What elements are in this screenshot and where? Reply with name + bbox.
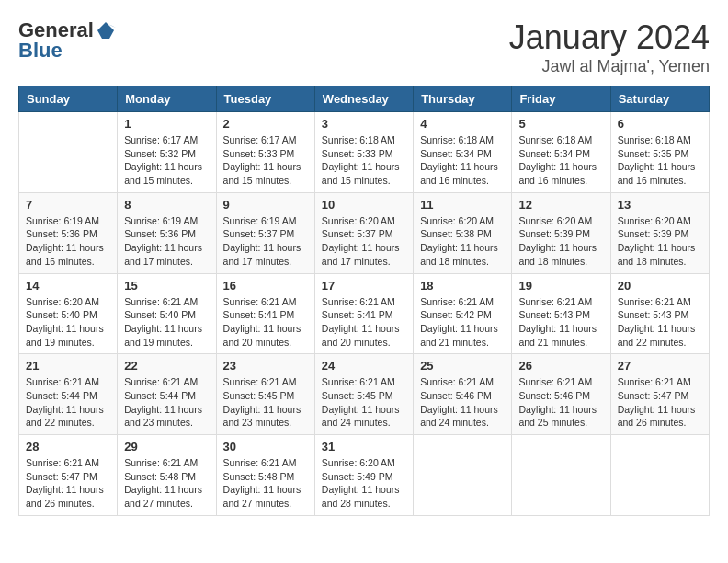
day-info: Sunrise: 6:20 AM Sunset: 5:49 PM Dayligh…: [322, 456, 406, 511]
day-number: 22: [124, 359, 209, 373]
day-number: 31: [322, 440, 406, 454]
calendar-cell: 13Sunrise: 6:20 AM Sunset: 5:39 PM Dayli…: [610, 192, 709, 273]
calendar-cell: 2Sunrise: 6:17 AM Sunset: 5:33 PM Daylig…: [216, 112, 314, 193]
calendar-cell: 24Sunrise: 6:21 AM Sunset: 5:45 PM Dayli…: [314, 354, 413, 435]
calendar-week-2: 7Sunrise: 6:19 AM Sunset: 5:36 PM Daylig…: [19, 192, 710, 273]
day-info: Sunrise: 6:19 AM Sunset: 5:36 PM Dayligh…: [26, 214, 110, 269]
day-info: Sunrise: 6:21 AM Sunset: 5:44 PM Dayligh…: [26, 375, 110, 430]
weekday-header-tuesday: Tuesday: [216, 86, 314, 112]
day-info: Sunrise: 6:17 AM Sunset: 5:33 PM Dayligh…: [223, 133, 308, 188]
calendar-cell: 28Sunrise: 6:21 AM Sunset: 5:47 PM Dayli…: [19, 435, 118, 516]
calendar-week-4: 21Sunrise: 6:21 AM Sunset: 5:44 PM Dayli…: [19, 354, 710, 435]
weekday-header-monday: Monday: [118, 86, 216, 112]
calendar-cell: 8Sunrise: 6:19 AM Sunset: 5:36 PM Daylig…: [118, 192, 216, 273]
day-info: Sunrise: 6:19 AM Sunset: 5:37 PM Dayligh…: [223, 214, 308, 269]
calendar-cell: 22Sunrise: 6:21 AM Sunset: 5:44 PM Dayli…: [118, 354, 216, 435]
calendar-week-1: 1Sunrise: 6:17 AM Sunset: 5:32 PM Daylig…: [19, 112, 710, 193]
day-number: 1: [124, 117, 209, 131]
day-info: Sunrise: 6:21 AM Sunset: 5:48 PM Dayligh…: [124, 456, 209, 511]
day-info: Sunrise: 6:19 AM Sunset: 5:36 PM Dayligh…: [124, 214, 209, 269]
calendar-cell: 29Sunrise: 6:21 AM Sunset: 5:48 PM Dayli…: [118, 435, 216, 516]
calendar-cell: 20Sunrise: 6:21 AM Sunset: 5:43 PM Dayli…: [610, 273, 709, 354]
calendar-week-3: 14Sunrise: 6:20 AM Sunset: 5:40 PM Dayli…: [19, 273, 710, 354]
weekday-header-row: SundayMondayTuesdayWednesdayThursdayFrid…: [19, 86, 710, 112]
day-info: Sunrise: 6:18 AM Sunset: 5:34 PM Dayligh…: [420, 133, 505, 188]
weekday-header-thursday: Thursday: [414, 86, 512, 112]
day-info: Sunrise: 6:20 AM Sunset: 5:40 PM Dayligh…: [26, 295, 110, 350]
logo: General Blue: [18, 18, 116, 63]
day-number: 17: [322, 279, 406, 293]
day-number: 29: [124, 440, 209, 454]
day-number: 27: [618, 359, 702, 373]
calendar-cell: 12Sunrise: 6:20 AM Sunset: 5:39 PM Dayli…: [512, 192, 610, 273]
day-info: Sunrise: 6:21 AM Sunset: 5:43 PM Dayligh…: [618, 295, 702, 350]
day-info: Sunrise: 6:21 AM Sunset: 5:45 PM Dayligh…: [322, 375, 406, 430]
calendar-table: SundayMondayTuesdayWednesdayThursdayFrid…: [18, 86, 710, 516]
day-info: Sunrise: 6:21 AM Sunset: 5:45 PM Dayligh…: [223, 375, 308, 430]
calendar-cell: 7Sunrise: 6:19 AM Sunset: 5:36 PM Daylig…: [19, 192, 118, 273]
day-info: Sunrise: 6:21 AM Sunset: 5:43 PM Dayligh…: [518, 295, 603, 350]
calendar-cell: 3Sunrise: 6:18 AM Sunset: 5:33 PM Daylig…: [314, 112, 413, 193]
day-number: 25: [420, 359, 505, 373]
day-number: 23: [223, 359, 308, 373]
day-number: 16: [223, 279, 308, 293]
calendar-cell: [414, 435, 512, 516]
day-number: 5: [518, 117, 603, 131]
day-info: Sunrise: 6:21 AM Sunset: 5:40 PM Dayligh…: [124, 295, 209, 350]
day-info: Sunrise: 6:21 AM Sunset: 5:47 PM Dayligh…: [618, 375, 702, 430]
day-info: Sunrise: 6:18 AM Sunset: 5:35 PM Dayligh…: [618, 133, 702, 188]
weekday-header-wednesday: Wednesday: [314, 86, 413, 112]
calendar-cell: 27Sunrise: 6:21 AM Sunset: 5:47 PM Dayli…: [610, 354, 709, 435]
weekday-header-sunday: Sunday: [19, 86, 118, 112]
title-section: January 2024 Jawl al Majma', Yemen: [509, 18, 710, 76]
day-number: 6: [618, 117, 702, 131]
calendar-cell: 19Sunrise: 6:21 AM Sunset: 5:43 PM Dayli…: [512, 273, 610, 354]
day-number: 19: [518, 279, 603, 293]
day-info: Sunrise: 6:21 AM Sunset: 5:42 PM Dayligh…: [420, 295, 505, 350]
svg-marker-0: [97, 22, 114, 39]
day-info: Sunrise: 6:20 AM Sunset: 5:37 PM Dayligh…: [322, 214, 406, 269]
calendar-cell: 10Sunrise: 6:20 AM Sunset: 5:37 PM Dayli…: [314, 192, 413, 273]
calendar-cell: 21Sunrise: 6:21 AM Sunset: 5:44 PM Dayli…: [19, 354, 118, 435]
page-header: General Blue January 2024 Jawl al Majma'…: [18, 18, 710, 76]
day-number: 4: [420, 117, 505, 131]
day-number: 30: [223, 440, 308, 454]
day-number: 9: [223, 198, 308, 212]
day-info: Sunrise: 6:18 AM Sunset: 5:34 PM Dayligh…: [518, 133, 603, 188]
calendar-cell: 18Sunrise: 6:21 AM Sunset: 5:42 PM Dayli…: [414, 273, 512, 354]
day-number: 20: [618, 279, 702, 293]
calendar-cell: 6Sunrise: 6:18 AM Sunset: 5:35 PM Daylig…: [610, 112, 709, 193]
calendar-cell: 9Sunrise: 6:19 AM Sunset: 5:37 PM Daylig…: [216, 192, 314, 273]
calendar-cell: 23Sunrise: 6:21 AM Sunset: 5:45 PM Dayli…: [216, 354, 314, 435]
day-info: Sunrise: 6:21 AM Sunset: 5:47 PM Dayligh…: [26, 456, 110, 511]
calendar-cell: 15Sunrise: 6:21 AM Sunset: 5:40 PM Dayli…: [118, 273, 216, 354]
day-info: Sunrise: 6:21 AM Sunset: 5:41 PM Dayligh…: [322, 295, 406, 350]
calendar-cell: [19, 112, 118, 193]
calendar-cell: 1Sunrise: 6:17 AM Sunset: 5:32 PM Daylig…: [118, 112, 216, 193]
calendar-cell: 4Sunrise: 6:18 AM Sunset: 5:34 PM Daylig…: [414, 112, 512, 193]
day-info: Sunrise: 6:20 AM Sunset: 5:39 PM Dayligh…: [618, 214, 702, 269]
calendar-cell: 25Sunrise: 6:21 AM Sunset: 5:46 PM Dayli…: [414, 354, 512, 435]
day-info: Sunrise: 6:18 AM Sunset: 5:33 PM Dayligh…: [322, 133, 406, 188]
day-info: Sunrise: 6:21 AM Sunset: 5:41 PM Dayligh…: [223, 295, 308, 350]
weekday-header-friday: Friday: [512, 86, 610, 112]
day-number: 24: [322, 359, 406, 373]
calendar-cell: 5Sunrise: 6:18 AM Sunset: 5:34 PM Daylig…: [512, 112, 610, 193]
calendar-cell: 30Sunrise: 6:21 AM Sunset: 5:48 PM Dayli…: [216, 435, 314, 516]
day-number: 13: [618, 198, 702, 212]
day-number: 8: [124, 198, 209, 212]
day-number: 26: [518, 359, 603, 373]
weekday-header-saturday: Saturday: [610, 86, 709, 112]
day-number: 15: [124, 279, 209, 293]
day-number: 18: [420, 279, 505, 293]
day-info: Sunrise: 6:21 AM Sunset: 5:46 PM Dayligh…: [518, 375, 603, 430]
day-info: Sunrise: 6:21 AM Sunset: 5:44 PM Dayligh…: [124, 375, 209, 430]
day-number: 10: [322, 198, 406, 212]
calendar-cell: 14Sunrise: 6:20 AM Sunset: 5:40 PM Dayli…: [19, 273, 118, 354]
day-info: Sunrise: 6:17 AM Sunset: 5:32 PM Dayligh…: [124, 133, 209, 188]
calendar-cell: 17Sunrise: 6:21 AM Sunset: 5:41 PM Dayli…: [314, 273, 413, 354]
day-info: Sunrise: 6:20 AM Sunset: 5:38 PM Dayligh…: [420, 214, 505, 269]
day-info: Sunrise: 6:21 AM Sunset: 5:48 PM Dayligh…: [223, 456, 308, 511]
day-number: 11: [420, 198, 505, 212]
calendar-cell: [610, 435, 709, 516]
